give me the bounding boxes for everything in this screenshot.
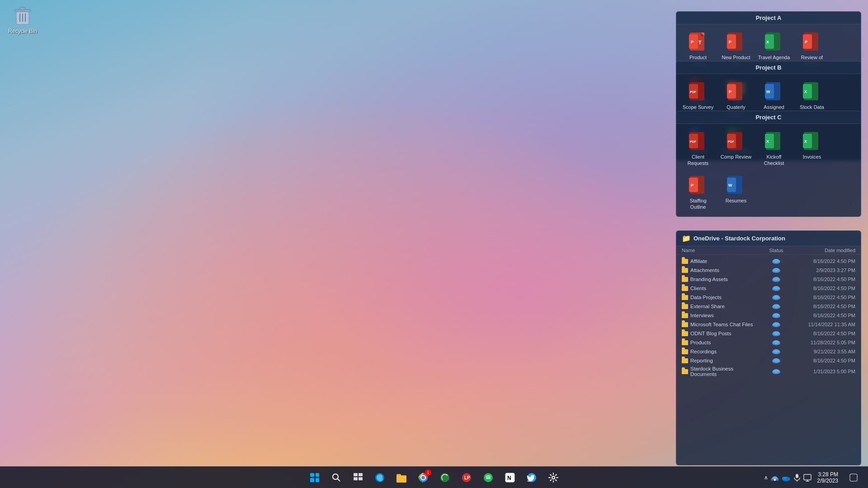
chrome-button[interactable]: 1 — [413, 468, 433, 488]
onedrive-file-list: Affiliate 8/16/2022 4:50 PM Attachments … — [676, 255, 861, 380]
od-row-affiliate[interactable]: Affiliate 8/16/2022 4:50 PM — [676, 257, 861, 266]
od-row-branding-assets[interactable]: Branding Assets 8/16/2022 4:50 PM — [676, 275, 861, 284]
od-row-name: Data Projects — [690, 295, 760, 300]
onedrive-title: 📁 OneDrive - Stardock Corporation — [676, 231, 861, 246]
od-row-products[interactable]: Products 11/28/2022 5:05 PM — [676, 338, 861, 347]
recycle-bin[interactable]: Recycle Bin — [5, 5, 41, 34]
svg-point-89 — [333, 474, 338, 479]
folder-icon — [682, 349, 688, 354]
twitter-button[interactable] — [522, 468, 542, 488]
folder-icon — [682, 286, 688, 291]
od-row-stardock-biz[interactable]: Stardock Business Documents 1/31/2023 5:… — [676, 365, 861, 378]
display-icon — [803, 474, 811, 482]
folder-icon — [682, 331, 688, 336]
file-resumes[interactable]: W Resumes — [718, 171, 754, 213]
svg-text:PDF: PDF — [690, 90, 697, 94]
svg-point-104 — [484, 473, 493, 482]
spotify-icon — [482, 472, 494, 483]
svg-text:X: X — [804, 139, 807, 144]
od-row-date: 8/16/2022 4:50 PM — [792, 358, 855, 363]
od-row-name: Interviews — [690, 313, 760, 318]
project-b-title: Project B — [676, 61, 861, 74]
svg-rect-91 — [354, 473, 358, 476]
od-row-status — [760, 312, 792, 319]
svg-point-114 — [782, 477, 787, 479]
od-row-ms-teams[interactable]: Microsoft Teams Chat Files 11/14/2022 11… — [676, 320, 861, 329]
svg-text:P: P — [729, 40, 731, 44]
svg-rect-92 — [359, 473, 363, 476]
taskbar-center: 1 LP — [305, 468, 563, 488]
od-row-status — [760, 285, 792, 292]
system-tray[interactable]: ∧ — [764, 474, 811, 482]
file-label: Comp Review — [721, 154, 751, 160]
svg-point-72 — [773, 295, 779, 299]
chrome-badge: 1 — [425, 469, 431, 476]
od-row-interviews[interactable]: Interviews 8/16/2022 4:50 PM — [676, 311, 861, 320]
file-label: Travel Agenda — [758, 54, 790, 61]
folder-icon — [682, 268, 688, 273]
task-view-icon — [353, 472, 363, 483]
file-kickoff-checklist[interactable]: X Kickoff Checklist — [756, 127, 792, 169]
spotify-button[interactable] — [478, 468, 498, 488]
od-row-date: 8/16/2022 4:50 PM — [792, 277, 855, 282]
file-invoices[interactable]: X Invoices — [794, 127, 830, 169]
edge-dev-button[interactable] — [435, 468, 455, 488]
svg-point-76 — [773, 313, 779, 317]
edge-icon — [374, 472, 386, 483]
svg-point-68 — [773, 277, 779, 281]
svg-point-100 — [421, 476, 425, 479]
col-status: Status — [760, 248, 792, 253]
settings-button[interactable] — [543, 468, 563, 488]
file-label: Scope Survey — [683, 104, 713, 110]
od-row-name: ODNT Blog Posts — [690, 331, 760, 336]
taskbar-clock[interactable]: 3:28 PM 2/9/2023 — [813, 471, 842, 484]
taskbar-time: 3:28 PM — [818, 471, 838, 478]
file-staffing-outline[interactable]: P Staffing Outline — [680, 171, 716, 213]
od-row-date: 8/16/2022 4:50 PM — [792, 304, 855, 309]
od-row-status — [760, 330, 792, 337]
file-comp-review[interactable]: PDF Comp Review — [718, 127, 754, 169]
svg-rect-120 — [850, 474, 857, 481]
od-row-clients[interactable]: Clients 8/16/2022 4:50 PM — [676, 284, 861, 293]
od-row-date: 1/31/2023 5:00 PM — [792, 369, 855, 374]
svg-rect-97 — [396, 475, 406, 483]
project-c-panel: Project C PDF Client Requests PDF — [676, 111, 861, 217]
svg-point-66 — [773, 268, 779, 272]
svg-text:W: W — [766, 89, 770, 94]
folder-icon — [682, 295, 688, 300]
svg-text:LP: LP — [464, 475, 470, 480]
od-row-recordings[interactable]: Recordings 9/21/2022 3:55 AM — [676, 347, 861, 356]
file-client-requests[interactable]: PDF Client Requests — [680, 127, 716, 169]
notification-button[interactable] — [844, 468, 863, 488]
svg-point-70 — [773, 286, 779, 290]
folder-icon — [682, 358, 688, 363]
chevron-up-icon[interactable]: ∧ — [764, 474, 768, 481]
recycle-bin-label: Recycle Bin — [8, 28, 37, 34]
od-row-status — [760, 258, 792, 265]
start-button[interactable] — [305, 468, 325, 488]
od-row-data-projects[interactable]: Data Projects 8/16/2022 4:50 PM — [676, 293, 861, 302]
lastpass-button[interactable]: LP — [457, 468, 476, 488]
col-date: Date modified — [792, 248, 855, 253]
notion-button[interactable]: N — [500, 468, 520, 488]
svg-text:PDF: PDF — [728, 140, 735, 143]
od-row-odnt-blog[interactable]: ODNT Blog Posts 8/16/2022 4:50 PM — [676, 329, 861, 338]
file-explorer-icon — [396, 472, 407, 483]
file-explorer-button[interactable] — [392, 468, 411, 488]
microphone-icon — [793, 474, 801, 482]
svg-text:X: X — [766, 139, 769, 144]
svg-rect-2 — [20, 7, 25, 10]
od-row-date: 9/21/2022 3:55 AM — [792, 349, 855, 354]
edge-button[interactable] — [370, 468, 390, 488]
od-row-external-share[interactable]: External Share 8/16/2022 4:50 PM — [676, 302, 861, 311]
folder-icon — [682, 304, 688, 309]
svg-rect-94 — [359, 477, 363, 480]
edge-dev-icon — [439, 472, 451, 483]
svg-text:P: P — [729, 89, 731, 94]
twitter-icon — [526, 472, 538, 483]
od-row-attachments[interactable]: Attachments 2/9/2023 3:27 PM — [676, 266, 861, 275]
search-button[interactable] — [326, 468, 346, 488]
od-row-date: 8/16/2022 4:50 PM — [792, 313, 855, 318]
task-view-button[interactable] — [348, 468, 368, 488]
od-row-reporting[interactable]: Reporting 8/16/2022 4:50 PM — [676, 356, 861, 365]
